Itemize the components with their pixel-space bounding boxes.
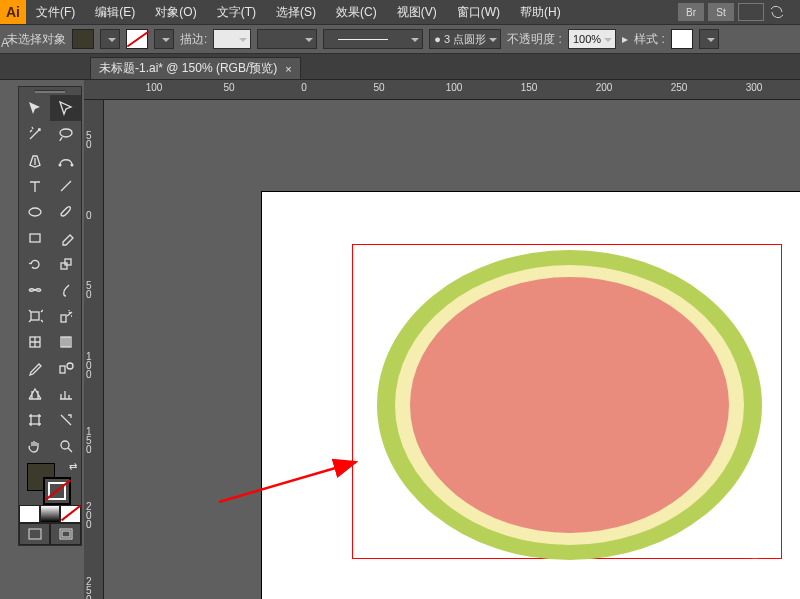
bridge-badge[interactable]: Br bbox=[678, 3, 704, 21]
hand-tool[interactable] bbox=[19, 433, 50, 459]
sync-settings-icon[interactable] bbox=[768, 3, 794, 21]
svg-rect-10 bbox=[60, 366, 65, 373]
symbol-sprayer-tool[interactable] bbox=[50, 303, 81, 329]
color-mode-icon[interactable] bbox=[19, 505, 40, 523]
svg-rect-3 bbox=[30, 234, 40, 242]
normal-screen-icon[interactable] bbox=[19, 523, 50, 545]
document-tab-title: 未标题-1.ai* @ 150% (RGB/预览) bbox=[99, 60, 277, 77]
canvas[interactable] bbox=[104, 100, 800, 599]
rectangle-tool[interactable] bbox=[19, 225, 50, 251]
stroke-swatch[interactable] bbox=[126, 29, 148, 49]
slice-tool[interactable] bbox=[50, 407, 81, 433]
lasso-tool[interactable] bbox=[50, 121, 81, 147]
app-logo: Ai bbox=[0, 0, 26, 24]
stroke-color-icon[interactable] bbox=[43, 477, 71, 505]
ellipse-tool[interactable] bbox=[19, 199, 50, 225]
close-tab-icon[interactable]: × bbox=[285, 63, 291, 75]
full-screen-icon[interactable] bbox=[50, 523, 81, 545]
variable-width-profile[interactable] bbox=[257, 29, 317, 49]
stroke-dropdown[interactable] bbox=[154, 29, 174, 49]
column-graph-tool[interactable] bbox=[50, 381, 81, 407]
style-swatch[interactable] bbox=[671, 29, 693, 49]
artboard bbox=[262, 192, 800, 599]
menu-bar: Ai 文件(F) 编辑(E) 对象(O) 文字(T) 选择(S) 效果(C) 视… bbox=[0, 0, 800, 24]
line-tool[interactable] bbox=[50, 173, 81, 199]
type-tool[interactable] bbox=[19, 173, 50, 199]
perspective-grid-tool[interactable] bbox=[19, 381, 50, 407]
stroke-weight-input[interactable] bbox=[213, 29, 251, 49]
none-mode-icon[interactable] bbox=[60, 505, 81, 523]
artboard-tool[interactable] bbox=[19, 407, 50, 433]
eraser-tool[interactable] bbox=[50, 225, 81, 251]
paintbrush-tool[interactable] bbox=[50, 199, 81, 225]
menu-window[interactable]: 窗口(W) bbox=[447, 4, 510, 21]
svg-rect-16 bbox=[62, 531, 70, 537]
svg-rect-14 bbox=[29, 529, 41, 539]
opacity-input[interactable]: 100% bbox=[568, 29, 616, 49]
svg-rect-7 bbox=[61, 315, 66, 322]
arrange-documents-icon[interactable] bbox=[738, 3, 764, 21]
free-transform-tool[interactable] bbox=[19, 303, 50, 329]
warp-tool[interactable] bbox=[50, 277, 81, 303]
blend-tool[interactable] bbox=[50, 355, 81, 381]
brush-definition[interactable] bbox=[323, 29, 423, 49]
svg-point-0 bbox=[58, 164, 61, 167]
stroke-label: 描边: bbox=[180, 31, 207, 48]
opacity-label: 不透明度 : bbox=[507, 31, 562, 48]
document-tab-strip: 未标题-1.ai* @ 150% (RGB/预览) × bbox=[0, 54, 800, 80]
control-bar: 未选择对象 描边: ● 3 点圆形 不透明度 : 100% ▸ 样式 : bbox=[0, 24, 800, 54]
svg-rect-4 bbox=[61, 263, 67, 269]
swap-fill-stroke-icon[interactable]: ⇄ bbox=[69, 461, 77, 472]
menu-help[interactable]: 帮助(H) bbox=[510, 4, 571, 21]
svg-point-11 bbox=[67, 363, 73, 369]
pen-tool[interactable] bbox=[19, 147, 50, 173]
gradient-tool[interactable] bbox=[50, 329, 81, 355]
zoom-tool[interactable] bbox=[50, 433, 81, 459]
workspace: ⇄ 10050050100150200250300 5 005 01 0 01 … bbox=[0, 80, 800, 599]
mesh-tool[interactable] bbox=[19, 329, 50, 355]
panel-grip[interactable] bbox=[19, 87, 81, 95]
menu-effect[interactable]: 效果(C) bbox=[326, 4, 387, 21]
menu-select[interactable]: 选择(S) bbox=[266, 4, 326, 21]
document-tab[interactable]: 未标题-1.ai* @ 150% (RGB/预览) × bbox=[90, 57, 301, 79]
menu-edit[interactable]: 编辑(E) bbox=[85, 4, 145, 21]
svg-rect-6 bbox=[31, 312, 39, 320]
vertical-ruler[interactable]: 5 005 01 0 01 5 02 0 02 5 0 bbox=[84, 100, 104, 599]
rotate-tool[interactable] bbox=[19, 251, 50, 277]
style-label: 样式 : bbox=[634, 31, 665, 48]
svg-point-13 bbox=[61, 441, 69, 449]
tools-panel: ⇄ bbox=[18, 86, 82, 546]
scale-tool[interactable] bbox=[50, 251, 81, 277]
svg-point-2 bbox=[29, 208, 41, 216]
svg-point-1 bbox=[70, 164, 73, 167]
menu-object[interactable]: 对象(O) bbox=[145, 4, 206, 21]
width-tool[interactable] bbox=[19, 277, 50, 303]
style-dropdown[interactable] bbox=[699, 29, 719, 49]
left-edge-label: A bbox=[1, 36, 9, 50]
gradient-mode-icon[interactable] bbox=[40, 505, 61, 523]
svg-rect-12 bbox=[31, 416, 39, 424]
fill-swatch[interactable] bbox=[72, 29, 94, 49]
magic-wand-tool[interactable] bbox=[19, 121, 50, 147]
fill-dropdown[interactable] bbox=[100, 29, 120, 49]
direct-selection-tool[interactable] bbox=[50, 95, 81, 121]
stock-badge[interactable]: St bbox=[708, 3, 734, 21]
menu-view[interactable]: 视图(V) bbox=[387, 4, 447, 21]
opacity-flyout-icon[interactable]: ▸ bbox=[622, 32, 628, 46]
eyedropper-tool[interactable] bbox=[19, 355, 50, 381]
inner-ellipse[interactable] bbox=[410, 277, 729, 533]
menu-type[interactable]: 文字(T) bbox=[207, 4, 266, 21]
menu-file[interactable]: 文件(F) bbox=[26, 4, 85, 21]
horizontal-ruler[interactable]: 10050050100150200250300 bbox=[84, 80, 800, 100]
selection-status: 未选择对象 bbox=[6, 31, 66, 48]
brush-profile[interactable]: ● 3 点圆形 bbox=[429, 29, 501, 49]
svg-rect-5 bbox=[65, 259, 71, 265]
selection-tool[interactable] bbox=[19, 95, 50, 121]
curvature-tool[interactable] bbox=[50, 147, 81, 173]
fill-stroke-control[interactable]: ⇄ bbox=[19, 459, 83, 505]
